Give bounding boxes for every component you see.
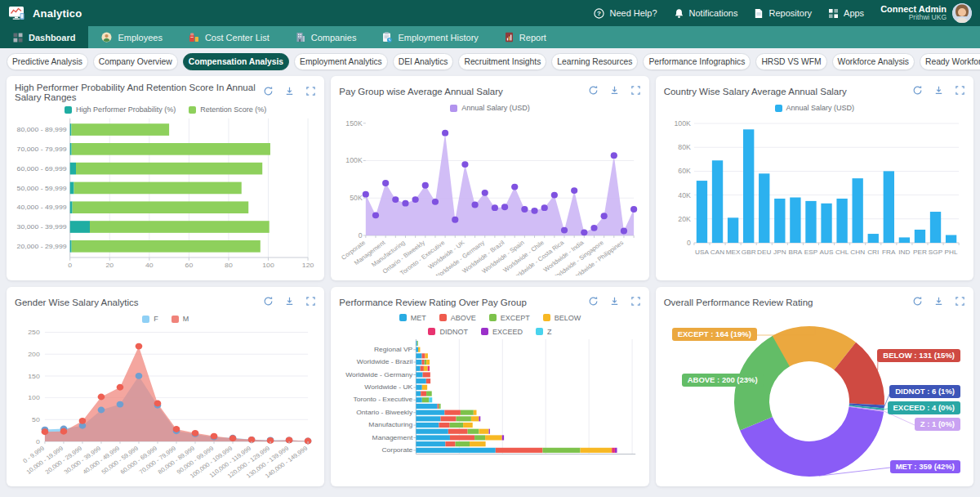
download-icon[interactable] — [609, 84, 620, 99]
legend-item[interactable]: EXCEED — [481, 328, 523, 336]
svg-text:50K: 50K — [350, 194, 363, 202]
avatar[interactable] — [952, 3, 972, 23]
need-help-button[interactable]: ? Need Help? — [594, 8, 657, 19]
legend-item[interactable]: EXCEPT — [489, 314, 530, 322]
repository-button[interactable]: Repository — [754, 8, 812, 19]
chart-legend[interactable]: High Performer Probability (%)Retention … — [15, 102, 316, 117]
expand-icon[interactable] — [305, 85, 316, 100]
tab-companies[interactable]: Companies — [283, 26, 370, 48]
tab-employment-history[interactable]: Employment History — [369, 26, 491, 48]
legend-item[interactable]: Annual Salary (USD) — [775, 104, 855, 112]
legend-item[interactable]: Z — [536, 328, 552, 336]
chart-legend[interactable]: Annual Salary (USD) — [664, 101, 965, 115]
pill-predictive-analysis[interactable]: Predictive Analysis — [7, 53, 88, 70]
pill-company-overview[interactable]: Company Overview — [93, 53, 178, 70]
svg-text:30,000 - 39,999: 30,000 - 39,999 — [17, 224, 67, 231]
refresh-icon[interactable] — [263, 295, 274, 310]
document-icon — [754, 8, 764, 19]
tab-label: Employment History — [398, 33, 478, 43]
svg-text:Ontario - Biweekly: Ontario - Biweekly — [357, 408, 414, 416]
card-overall-review: Overall Performance Review Rating EXCEPT… — [656, 287, 973, 486]
pill-recruitment-insights[interactable]: Recruitment Insights — [458, 53, 546, 70]
charts-grid: High Performer Probability And Retention… — [0, 74, 980, 497]
legend-item[interactable]: High Performer Probability (%) — [65, 105, 176, 114]
employees-icon — [101, 32, 112, 43]
tab-label: Dashboard — [29, 33, 75, 43]
donut-callout-exceed: EXCEED : 4 (0%) — [888, 401, 961, 414]
expand-icon[interactable] — [305, 295, 316, 310]
chart-legend[interactable]: FM — [15, 311, 316, 326]
refresh-icon[interactable] — [588, 84, 599, 99]
svg-text:70,000 - 79,999: 70,000 - 79,999 — [17, 146, 67, 153]
refresh-icon[interactable] — [912, 295, 923, 310]
svg-text:80: 80 — [225, 262, 233, 268]
apps-button[interactable]: Apps — [828, 8, 864, 19]
tab-label: Cost Center List — [205, 33, 270, 43]
pill-workforce-analysis[interactable]: Workforce Analysis — [832, 53, 915, 70]
download-icon[interactable] — [284, 85, 295, 100]
svg-text:?: ? — [598, 10, 602, 17]
svg-text:BRA: BRA — [788, 248, 802, 256]
svg-text:200: 200 — [28, 350, 40, 358]
legend-item[interactable]: MET — [399, 314, 426, 322]
dashboard-page: Analytico ? Need Help? Notifications — [0, 0, 980, 497]
svg-text:MEX: MEX — [725, 248, 740, 256]
download-icon[interactable] — [933, 295, 944, 310]
refresh-icon[interactable] — [588, 295, 599, 310]
svg-text:Worldwide - Germany: Worldwide - Germany — [345, 370, 413, 378]
chart-title: Gender Wise Salary Analytics — [15, 298, 138, 307]
review-paygroup-chart: Regional VPWorldwide - BrazilWorldwide -… — [339, 338, 640, 462]
legend-item[interactable]: F — [142, 315, 158, 323]
svg-text:120: 120 — [302, 262, 314, 268]
country-salary-chart: 020K40K60K80K100KUSACANMEXGBRDEUJPNBRAES… — [664, 115, 965, 275]
companies-icon — [296, 32, 305, 43]
pill-hrsd-vs-wfm[interactable]: HRSD VS WFM — [755, 53, 826, 70]
user-menu[interactable]: Connect Admin Prithwi UKG — [880, 3, 972, 23]
tab-label: Companies — [311, 33, 357, 43]
legend-item[interactable]: DIDNOT — [428, 328, 468, 336]
svg-text:DEU: DEU — [757, 248, 771, 256]
pill-dei-analytics[interactable]: DEI Analytics — [393, 53, 454, 70]
svg-text:JPN: JPN — [773, 248, 786, 256]
svg-text:100K: 100K — [674, 119, 691, 128]
expand-icon[interactable] — [955, 295, 965, 310]
expand-icon[interactable] — [955, 84, 965, 99]
expand-icon[interactable] — [630, 295, 641, 310]
chart-legend[interactable]: METABOVEEXCEPTBELOWDIDNOTEXCEEDZ — [339, 311, 640, 338]
legend-item[interactable]: ABOVE — [439, 314, 476, 322]
pill-ready-workforce[interactable]: Ready Workforce — [920, 53, 980, 70]
help-icon: ? — [594, 8, 604, 19]
paygroup-salary-chart: 150K100K50K0CorporateManagementManufactu… — [339, 115, 640, 275]
svg-text:FRA: FRA — [882, 248, 896, 256]
tab-cost-center-list[interactable]: Cost Center List — [176, 26, 283, 48]
legend-item[interactable]: Retention Score (%) — [189, 105, 266, 114]
notifications-button[interactable]: Notifications — [674, 8, 738, 19]
refresh-icon[interactable] — [912, 84, 923, 99]
pill-performance-infographics[interactable]: Performance Infographics — [643, 53, 751, 70]
high-performer-chart: 02040608010012080,000 - 89,99970,000 - 7… — [15, 117, 316, 275]
svg-text:Manufacturing: Manufacturing — [369, 420, 413, 428]
chart-legend[interactable]: Annual Salary (USD) — [339, 101, 640, 115]
tab-dashboard[interactable]: Dashboard — [0, 26, 88, 48]
pill-learning-resources[interactable]: Learning Resources — [551, 53, 638, 70]
svg-text:250: 250 — [28, 329, 40, 337]
download-icon[interactable] — [609, 295, 620, 310]
download-icon[interactable] — [284, 295, 295, 310]
tab-report[interactable]: Report — [492, 26, 559, 48]
expand-icon[interactable] — [630, 84, 641, 99]
refresh-icon[interactable] — [263, 85, 274, 100]
chart-title: Pay Group wise Average Annual Salary — [339, 87, 503, 96]
svg-text:Corporate: Corporate — [382, 446, 413, 454]
cost-center-icon — [189, 32, 199, 43]
download-icon[interactable] — [933, 84, 944, 99]
tab-employees[interactable]: Employees — [88, 26, 175, 48]
pill-employment-analytics[interactable]: Employment Analytics — [294, 53, 388, 70]
legend-item[interactable]: Annual Salary (USD) — [450, 104, 530, 112]
legend-item[interactable]: BELOW — [543, 314, 581, 322]
legend-item[interactable]: M — [172, 315, 189, 323]
svg-text:150: 150 — [28, 372, 40, 380]
svg-text:100: 100 — [262, 262, 274, 268]
pill-compensation-analysis[interactable]: Compensation Analysis — [183, 53, 289, 70]
svg-text:80K: 80K — [678, 143, 691, 151]
apps-label: Apps — [844, 8, 864, 18]
